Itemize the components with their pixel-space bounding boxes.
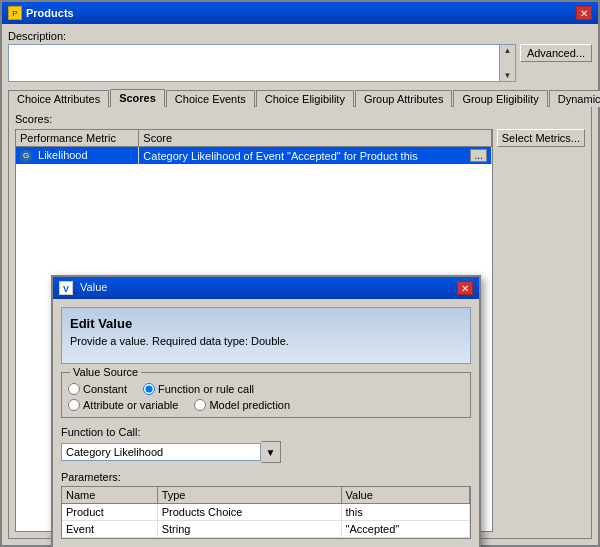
score-ellipsis-button[interactable]: ... [470,149,486,162]
params-table: Name Type Value Product Products Choice … [62,487,470,538]
scores-label: Scores: [15,113,585,125]
function-label: Function to Call: [61,426,471,438]
table-row[interactable]: G Likelihood Category Likelihood of Even… [16,147,491,165]
radio-attribute[interactable]: Attribute or variable [68,399,178,411]
modal-edit-title: Edit Value [70,316,462,331]
metric-cell: G Likelihood [16,147,139,165]
select-metrics-button[interactable]: Select Metrics... [497,129,585,147]
tab-content-scores: Scores: Performance Metric Score [8,107,592,539]
description-input[interactable] [9,45,499,81]
tab-choice-eligibility[interactable]: Choice Eligibility [256,90,354,107]
modal-header-area: Edit Value Provide a value. Required dat… [61,307,471,364]
param-row-event[interactable]: Event String "Accepted" [62,521,470,538]
radio-row-bottom: Attribute or variable Model prediction [68,399,464,411]
radio-constant[interactable]: Constant [68,383,127,395]
window-close-button[interactable]: ✕ [576,6,592,20]
radio-row-top: Constant Function or rule call [68,383,464,395]
description-input-wrap: ▲ ▼ [8,44,516,82]
param-col-name: Name [62,487,157,504]
value-modal: V Value ✕ Edit Value Provide a value. Re… [51,275,481,547]
param-value-2: "Accepted" [341,521,469,538]
modal-title-left: V Value [59,281,107,295]
score-cell: Category Likelihood of Event "Accepted" … [139,147,491,165]
description-row: ▲ ▼ Advanced... [8,44,592,82]
advanced-button[interactable]: Advanced... [520,44,592,62]
params-table-wrap: Name Type Value Product Products Choice … [61,486,471,539]
combo-dropdown-button[interactable]: ▼ [261,441,281,463]
tab-choice-events[interactable]: Choice Events [166,90,255,107]
scroll-down-icon: ▼ [503,71,511,80]
col-score: Score [139,130,491,147]
description-scrollbar[interactable]: ▲ ▼ [499,45,515,81]
param-value-1: this [341,504,469,521]
scroll-up-icon: ▲ [503,46,511,55]
tab-group-eligibility[interactable]: Group Eligibility [453,90,547,107]
radio-attribute-input[interactable] [68,399,80,411]
modal-title-text: Value [80,281,107,293]
param-col-type: Type [157,487,341,504]
radio-model[interactable]: Model prediction [194,399,290,411]
param-name-2: Event [62,521,157,538]
scores-table: Performance Metric Score G Likelihood [16,130,492,164]
tab-choice-attributes[interactable]: Choice Attributes [8,90,109,107]
tab-dynamic-choices[interactable]: Dynamic Choices [549,90,600,107]
radio-model-input[interactable] [194,399,206,411]
window-title: Products [26,7,74,19]
param-col-value: Value [341,487,469,504]
title-bar: P Products ✕ [2,2,598,24]
tab-scores[interactable]: Scores [110,89,165,107]
tab-group-attributes[interactable]: Group Attributes [355,90,453,107]
radio-function-input[interactable] [143,383,155,395]
modal-title-icon: V [59,281,73,295]
value-source-group: Value Source Constant Function or rule c… [61,372,471,418]
radio-constant-input[interactable] [68,383,80,395]
group-box-legend: Value Source [70,366,141,378]
param-type-2: String [157,521,341,538]
modal-close-button[interactable]: ✕ [457,281,473,295]
title-bar-left: P Products [8,6,74,20]
param-row-product[interactable]: Product Products Choice this [62,504,470,521]
main-window: P Products ✕ Description: ▲ ▼ Advanced..… [0,0,600,547]
param-name-1: Product [62,504,157,521]
params-label: Parameters: [61,471,471,483]
modal-title-bar: V Value ✕ [53,277,479,299]
tabs-container: Choice Attributes Scores Choice Events C… [8,88,592,107]
modal-body: Edit Value Provide a value. Required dat… [53,299,479,547]
description-label: Description: [8,30,592,42]
function-combo-wrap: ▼ [61,441,471,463]
window-content: Description: ▲ ▼ Advanced... Choice Attr… [2,24,598,545]
radio-function[interactable]: Function or rule call [143,383,254,395]
window-icon: P [8,6,22,20]
modal-subtitle: Provide a value. Required data type: Dou… [70,335,462,347]
function-input[interactable] [61,443,261,461]
param-type-1: Products Choice [157,504,341,521]
col-metric: Performance Metric [16,130,139,147]
row-icon: G [20,150,32,162]
